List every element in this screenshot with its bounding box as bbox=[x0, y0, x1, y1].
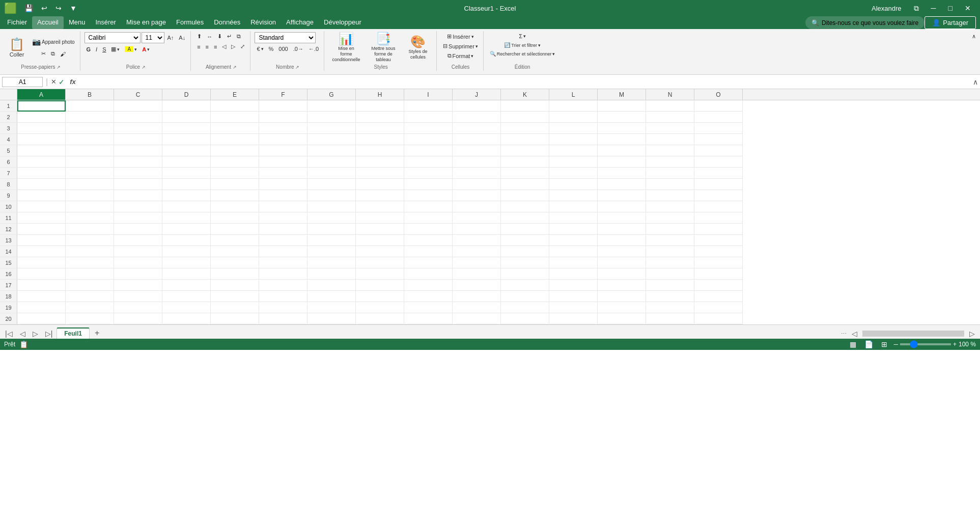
cell-J17[interactable] bbox=[453, 280, 501, 291]
cell-H4[interactable] bbox=[356, 134, 404, 145]
cell-reference-input[interactable] bbox=[2, 77, 43, 87]
cell-L12[interactable] bbox=[549, 224, 598, 235]
thousands-button[interactable]: 000 bbox=[276, 45, 290, 53]
cell-M18[interactable] bbox=[598, 291, 646, 302]
cell-C12[interactable] bbox=[114, 224, 162, 235]
cell-O15[interactable] bbox=[694, 257, 743, 268]
cell-C2[interactable] bbox=[114, 112, 162, 123]
cell-D8[interactable] bbox=[162, 179, 211, 190]
cell-J2[interactable] bbox=[453, 112, 501, 123]
cancel-formula-button[interactable]: ✕ bbox=[51, 78, 57, 86]
cell-E11[interactable] bbox=[211, 212, 259, 224]
cell-B18[interactable] bbox=[66, 291, 114, 302]
cell-F13[interactable] bbox=[259, 235, 307, 246]
currency-button[interactable]: €▾ bbox=[255, 45, 265, 53]
cell-N9[interactable] bbox=[646, 190, 694, 201]
cell-F6[interactable] bbox=[259, 156, 307, 168]
cell-G17[interactable] bbox=[307, 280, 356, 291]
cell-I8[interactable] bbox=[404, 179, 453, 190]
cell-F2[interactable] bbox=[259, 112, 307, 123]
alignement-expand[interactable]: ↗ bbox=[233, 65, 237, 70]
cell-N7[interactable] bbox=[646, 168, 694, 179]
cell-E16[interactable] bbox=[211, 268, 259, 280]
merge-button[interactable]: ⧉ bbox=[235, 32, 243, 41]
cell-A10[interactable] bbox=[17, 201, 66, 212]
cell-N19[interactable] bbox=[646, 302, 694, 313]
scroll-left-button[interactable]: ◁ bbox=[849, 329, 860, 339]
confirm-formula-button[interactable]: ✓ bbox=[59, 78, 65, 86]
cell-A1[interactable] bbox=[17, 100, 66, 112]
cell-H12[interactable] bbox=[356, 224, 404, 235]
cell-C3[interactable] bbox=[114, 123, 162, 134]
cell-L11[interactable] bbox=[549, 212, 598, 224]
cell-G10[interactable] bbox=[307, 201, 356, 212]
decrease-font-button[interactable]: A↓ bbox=[177, 34, 187, 42]
align-top-button[interactable]: ⬆ bbox=[195, 32, 204, 41]
row-num-15[interactable]: 15 bbox=[0, 257, 17, 268]
cell-B8[interactable] bbox=[66, 179, 114, 190]
cell-E15[interactable] bbox=[211, 257, 259, 268]
menu-inserer[interactable]: Insérer bbox=[90, 16, 121, 29]
cell-F16[interactable] bbox=[259, 268, 307, 280]
cell-E5[interactable] bbox=[211, 145, 259, 156]
col-header-E[interactable]: E bbox=[211, 89, 259, 100]
cell-H1[interactable] bbox=[356, 100, 404, 112]
row-num-5[interactable]: 5 bbox=[0, 145, 17, 156]
cell-E7[interactable] bbox=[211, 168, 259, 179]
row-num-19[interactable]: 19 bbox=[0, 302, 17, 313]
scroll-right-button[interactable]: ▷ bbox=[966, 329, 978, 339]
cell-I1[interactable] bbox=[404, 100, 453, 112]
page-break-view-button[interactable]: ⊞ bbox=[879, 339, 889, 349]
cell-F12[interactable] bbox=[259, 224, 307, 235]
cell-M1[interactable] bbox=[598, 100, 646, 112]
cell-G11[interactable] bbox=[307, 212, 356, 224]
cell-N5[interactable] bbox=[646, 145, 694, 156]
cell-B6[interactable] bbox=[66, 156, 114, 168]
cell-M3[interactable] bbox=[598, 123, 646, 134]
cell-B2[interactable] bbox=[66, 112, 114, 123]
cell-I20[interactable] bbox=[404, 313, 453, 324]
cell-G18[interactable] bbox=[307, 291, 356, 302]
presse-papiers-expand[interactable]: ↗ bbox=[57, 65, 61, 70]
cell-K15[interactable] bbox=[501, 257, 549, 268]
nombre-expand[interactable]: ↗ bbox=[295, 65, 299, 70]
cell-L9[interactable] bbox=[549, 190, 598, 201]
cell-B10[interactable] bbox=[66, 201, 114, 212]
cell-K4[interactable] bbox=[501, 134, 549, 145]
cell-I14[interactable] bbox=[404, 246, 453, 257]
cell-G20[interactable] bbox=[307, 313, 356, 324]
expand-formula-bar-button[interactable]: ∧ bbox=[973, 78, 978, 86]
cell-F4[interactable] bbox=[259, 134, 307, 145]
cell-I16[interactable] bbox=[404, 268, 453, 280]
cell-A12[interactable] bbox=[17, 224, 66, 235]
cell-F5[interactable] bbox=[259, 145, 307, 156]
cell-K14[interactable] bbox=[501, 246, 549, 257]
menu-donnees[interactable]: Données bbox=[209, 16, 245, 29]
cell-J12[interactable] bbox=[453, 224, 501, 235]
cell-O11[interactable] bbox=[694, 212, 743, 224]
cell-F18[interactable] bbox=[259, 291, 307, 302]
cell-E2[interactable] bbox=[211, 112, 259, 123]
cell-E19[interactable] bbox=[211, 302, 259, 313]
cell-B3[interactable] bbox=[66, 123, 114, 134]
row-num-18[interactable]: 18 bbox=[0, 291, 17, 302]
cell-N4[interactable] bbox=[646, 134, 694, 145]
cell-O18[interactable] bbox=[694, 291, 743, 302]
cell-D12[interactable] bbox=[162, 224, 211, 235]
cell-G16[interactable] bbox=[307, 268, 356, 280]
cell-B13[interactable] bbox=[66, 235, 114, 246]
italic-button[interactable]: I bbox=[94, 45, 99, 53]
cell-J6[interactable] bbox=[453, 156, 501, 168]
cell-I10[interactable] bbox=[404, 201, 453, 212]
sheet-nav-last[interactable]: ▷| bbox=[42, 329, 56, 339]
cell-K13[interactable] bbox=[501, 235, 549, 246]
coller-button[interactable]: 📋 Coller bbox=[5, 33, 29, 63]
cell-H5[interactable] bbox=[356, 145, 404, 156]
cell-C18[interactable] bbox=[114, 291, 162, 302]
row-num-11[interactable]: 11 bbox=[0, 212, 17, 224]
col-header-G[interactable]: G bbox=[307, 89, 356, 100]
cell-G6[interactable] bbox=[307, 156, 356, 168]
cell-L15[interactable] bbox=[549, 257, 598, 268]
cell-H2[interactable] bbox=[356, 112, 404, 123]
cell-D11[interactable] bbox=[162, 212, 211, 224]
